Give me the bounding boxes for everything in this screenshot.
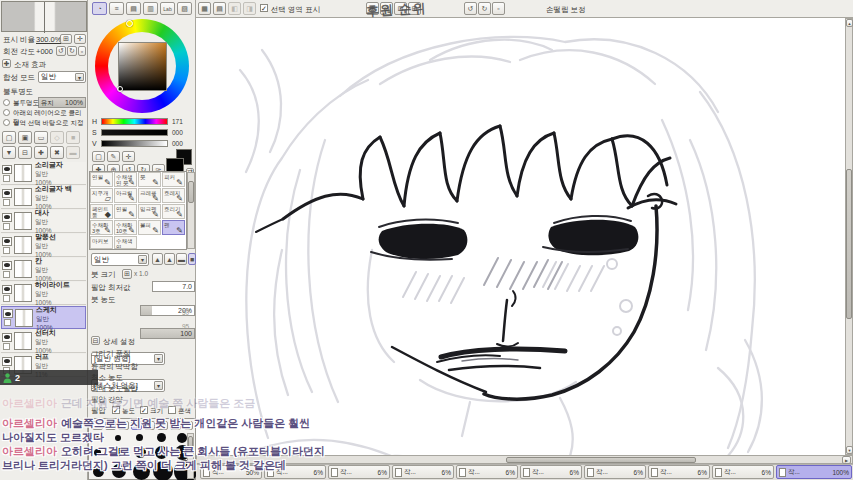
visibility-eye-icon[interactable] bbox=[3, 309, 13, 318]
new-folder-icon[interactable]: ▭ bbox=[34, 131, 48, 144]
visibility-eye-icon[interactable] bbox=[2, 357, 12, 366]
chevron-down-icon[interactable]: ▾ bbox=[154, 354, 163, 363]
v-slider[interactable] bbox=[101, 140, 168, 147]
tool-cell[interactable]: 물퍼✎ bbox=[138, 220, 161, 235]
reset-view-icon[interactable]: ▫ bbox=[492, 2, 505, 15]
brush-edge-select[interactable]: 일반 ▾ bbox=[91, 253, 149, 266]
document-tab-selected[interactable]: 작...100% bbox=[776, 465, 852, 479]
rotate-canvas-cw-icon[interactable]: ↻ bbox=[478, 2, 491, 15]
rotate-reset-button[interactable]: ▫ bbox=[78, 46, 86, 56]
scroll-up-icon[interactable]: ▲ bbox=[846, 19, 853, 27]
tool-cell[interactable]: 페인트통◆ bbox=[90, 204, 113, 219]
document-tab[interactable]: 작...6% bbox=[584, 465, 646, 479]
layer-row[interactable]: 대사 일반100% bbox=[1, 210, 86, 233]
lasso-icon[interactable]: ✎ bbox=[107, 151, 120, 162]
layer-paint-icon[interactable] bbox=[4, 319, 11, 326]
show-selection-checkbox[interactable]: ✓ bbox=[260, 4, 268, 12]
canvas-surface[interactable] bbox=[196, 18, 845, 455]
layer-row[interactable]: 하이라이트 일반100% bbox=[1, 282, 86, 305]
tool-cell[interactable]: 크레용✎ bbox=[138, 188, 161, 203]
color-mixer-tab-icon[interactable]: ▨ bbox=[177, 2, 192, 15]
document-tab[interactable]: 작...6% bbox=[712, 465, 774, 479]
tool-cell[interactable]: 밍크펜✎ bbox=[138, 204, 161, 219]
tool-cell[interactable]: 흐레지✎ bbox=[162, 188, 185, 203]
tool-grid-scrollbar[interactable] bbox=[187, 172, 195, 249]
hsv-slider-tab-icon[interactable]: ▥ bbox=[143, 2, 158, 15]
layer-row[interactable]: 소리글자 일반100% bbox=[1, 162, 86, 185]
rotate-cw-button[interactable]: ↻ bbox=[67, 46, 77, 56]
edge-shape-mid-icon[interactable]: ▲ bbox=[164, 253, 175, 265]
clear-layer-icon[interactable]: ✚ bbox=[34, 146, 48, 159]
selection-resize-icon[interactable]: ▤ bbox=[213, 2, 226, 15]
edge-shape-flat-icon[interactable]: ▬ bbox=[176, 253, 187, 265]
document-tab[interactable]: 작...6% bbox=[648, 465, 710, 479]
h-slider[interactable] bbox=[101, 118, 168, 125]
layer-row[interactable]: 선터치 일반100% bbox=[1, 330, 86, 353]
tool-cell[interactable]: 수채화 10호✎ bbox=[114, 220, 137, 235]
layer-row[interactable]: 소리글자 백 일반100% bbox=[1, 186, 86, 209]
brush-size-unit-button[interactable]: ⊞ bbox=[122, 269, 132, 279]
brush-size-slider[interactable]: 7.0 bbox=[152, 281, 195, 292]
visibility-eye-icon[interactable] bbox=[2, 165, 12, 174]
tool-cell[interactable]: 지우개▱ bbox=[90, 188, 113, 203]
tool-cell[interactable]: 수채화 3호✎ bbox=[90, 220, 113, 235]
document-tab[interactable]: 작...6% bbox=[456, 465, 518, 479]
lab-tab-icon[interactable]: Lab bbox=[160, 2, 175, 15]
tool-cell[interactable]: 마커보 bbox=[90, 236, 113, 249]
navigator-thumbnail[interactable] bbox=[1, 1, 87, 32]
tool-cell[interactable]: 아크릴✎ bbox=[114, 188, 137, 203]
delete-layer-icon[interactable]: ✖ bbox=[50, 146, 64, 159]
chevron-down-icon[interactable]: ▾ bbox=[75, 73, 84, 81]
scroll-down-icon[interactable]: ▼ bbox=[846, 446, 853, 454]
rgb-slider-tab-icon[interactable]: ▤ bbox=[126, 2, 141, 15]
edge-shape-soft-icon[interactable]: ▲ bbox=[152, 253, 163, 265]
layer-subcheck[interactable] bbox=[3, 295, 10, 302]
layer-subcheck[interactable] bbox=[3, 247, 10, 254]
rect-select-icon[interactable]: ▢ bbox=[92, 151, 105, 162]
hue-ring-marker[interactable] bbox=[126, 20, 133, 27]
visibility-eye-icon[interactable] bbox=[2, 213, 12, 222]
magic-wand-icon[interactable]: ✛ bbox=[122, 151, 135, 162]
detail-collapse-icon[interactable]: ⊟ bbox=[91, 336, 100, 345]
rotate-ccw-button[interactable]: ↺ bbox=[56, 46, 66, 56]
clipping-checkbox[interactable] bbox=[3, 109, 10, 116]
visibility-eye-icon[interactable] bbox=[2, 285, 12, 294]
layer-subcheck[interactable] bbox=[3, 223, 10, 230]
canvas-vscrollbar[interactable]: ▲ ▼ bbox=[845, 18, 853, 455]
color-wheel-tab-icon[interactable]: ◔ bbox=[92, 2, 107, 15]
document-tab[interactable]: 작...6% bbox=[328, 465, 390, 479]
visibility-eye-icon[interactable] bbox=[2, 189, 12, 198]
visibility-eye-icon[interactable] bbox=[2, 237, 12, 246]
chevron-down-icon[interactable]: ▾ bbox=[138, 255, 147, 264]
zoom-reset-button[interactable]: ✛ bbox=[74, 34, 86, 44]
document-tab[interactable]: 작...6% bbox=[520, 465, 582, 479]
chevron-down-icon[interactable]: ▾ bbox=[154, 381, 163, 390]
tool-cell[interactable]: 붓✎ bbox=[138, 172, 161, 187]
layer-row[interactable]: 말풍선 일반100% bbox=[1, 234, 86, 257]
rotate-canvas-ccw-icon[interactable]: ↺ bbox=[464, 2, 477, 15]
tool-cell[interactable]: 연필✎ bbox=[114, 204, 137, 219]
sv-marker[interactable] bbox=[117, 86, 123, 92]
new-layer-icon[interactable]: ▢ bbox=[2, 131, 16, 144]
layer-row-selected[interactable]: 스케치 일반100% bbox=[1, 306, 86, 329]
document-tab[interactable]: 작...6% bbox=[392, 465, 454, 479]
transfer-down-icon[interactable]: ▼ bbox=[2, 146, 16, 159]
tool-cell[interactable]: 연필✎ bbox=[90, 172, 113, 187]
vscroll-thumb[interactable] bbox=[846, 169, 852, 319]
visibility-eye-icon[interactable] bbox=[2, 333, 12, 342]
tool-cell[interactable]: 피커✎ bbox=[162, 172, 185, 187]
s-slider[interactable] bbox=[101, 129, 168, 136]
preserve-opacity-checkbox[interactable] bbox=[3, 99, 10, 106]
merge-down-icon[interactable]: ⊟ bbox=[18, 146, 32, 159]
tool-cell[interactable]: 수채색연 bbox=[114, 236, 137, 249]
zoom-fit-button[interactable]: ⊞ bbox=[60, 34, 72, 44]
selection-source-checkbox[interactable] bbox=[3, 119, 10, 126]
layer-subcheck[interactable] bbox=[3, 175, 10, 182]
color-bars-tab-icon[interactable]: ≡ bbox=[109, 2, 124, 15]
layer-subcheck[interactable] bbox=[3, 199, 10, 206]
material-expand-icon[interactable]: ✚ bbox=[2, 59, 11, 68]
blend-mode-select[interactable]: 일반 ▾ bbox=[38, 71, 86, 83]
selection-move-icon[interactable]: ▦ bbox=[198, 2, 211, 15]
new-sketch-layer-icon[interactable]: ▣ bbox=[18, 131, 32, 144]
layer-subcheck[interactable] bbox=[3, 343, 10, 350]
